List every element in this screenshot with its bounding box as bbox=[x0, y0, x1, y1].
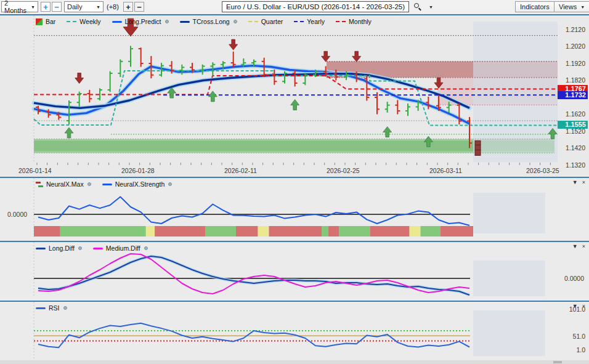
price-badge: 1.1555 bbox=[558, 121, 588, 129]
date-axis-label: 2026-03-25 bbox=[526, 167, 559, 174]
date-axis-label: 2026-02-11 bbox=[224, 167, 257, 174]
range-zoom-out-button[interactable]: − bbox=[52, 2, 62, 12]
neuralx-pane[interactable]: NeuralX.MaxNeuralX.Strength ▼ × 0.0000 bbox=[0, 178, 589, 241]
line-swatch-icon bbox=[36, 248, 46, 249]
dash-swatch-icon bbox=[248, 21, 258, 22]
legend-item-tcross-long[interactable]: TCross.Long bbox=[180, 18, 237, 25]
panel-collapse-button[interactable]: ▼ bbox=[572, 179, 578, 185]
rsi-axis-label: 1.0 bbox=[576, 346, 585, 354]
legend-label: Long.Diff bbox=[49, 245, 75, 252]
price-axis-label: 1.2120 bbox=[566, 26, 585, 33]
date-axis-label: 2026-01-28 bbox=[121, 167, 155, 174]
legend-label: NeuralX.Max bbox=[46, 180, 84, 188]
series-settings-dot[interactable] bbox=[234, 20, 237, 23]
date-axis-label: 2026-03-11 bbox=[429, 167, 462, 174]
legend-item-medium-diff[interactable]: Medium.Diff bbox=[93, 245, 148, 252]
legend-label: Quarter bbox=[261, 18, 283, 25]
legend-item-neuralx-strength[interactable]: NeuralX.Strength bbox=[102, 180, 173, 188]
legend-item-rsi[interactable]: RSI bbox=[36, 304, 67, 312]
series-settings-dot[interactable] bbox=[87, 182, 91, 186]
rsi-legend: RSI bbox=[36, 304, 67, 312]
price-axis-label: 1.1420 bbox=[566, 144, 585, 152]
series-settings-dot[interactable] bbox=[78, 246, 82, 250]
price-chart-pane[interactable]: BarWeeklyLong.PredictTCross.LongQuarterY… bbox=[0, 15, 589, 177]
range-zoom-in-button[interactable]: + bbox=[41, 2, 51, 12]
line-swatch-icon bbox=[93, 248, 103, 249]
series-settings-dot[interactable] bbox=[168, 182, 172, 186]
rsi-axis-label: 51.0 bbox=[573, 333, 585, 340]
range-select-value: 2 Months bbox=[4, 0, 27, 14]
legend-label: Weekly bbox=[79, 18, 100, 25]
legend-item-yearly[interactable]: Yearly bbox=[294, 18, 325, 25]
line-swatch-icon bbox=[180, 21, 190, 23]
price-axis-label: 1.1820 bbox=[566, 76, 585, 84]
scrollbar-thumb[interactable] bbox=[553, 361, 562, 363]
search-icon[interactable] bbox=[413, 2, 421, 14]
legend-label: NeuralX.Strength bbox=[115, 180, 165, 188]
chevron-down-icon: ▼ bbox=[96, 5, 100, 9]
price-legend: BarWeeklyLong.PredictTCross.LongQuarterY… bbox=[36, 18, 372, 25]
date-axis-label: 2026-01-14 bbox=[18, 167, 52, 174]
legend-label: Yearly bbox=[307, 18, 325, 25]
views-button[interactable]: Views ▼ bbox=[554, 1, 589, 12]
series-settings-dot[interactable] bbox=[63, 306, 67, 310]
price-axis-label: 1.2020 bbox=[566, 42, 585, 50]
price-badge: 1.1732 bbox=[558, 91, 588, 99]
legend-item-long-predict[interactable]: Long.Predict bbox=[112, 18, 169, 25]
legend-item-quarter[interactable]: Quarter bbox=[248, 18, 283, 25]
legend-label: TCross.Long bbox=[193, 18, 230, 25]
bars-added-label: (+8) bbox=[107, 3, 119, 14]
toolbar: 2 Months ▼ + − Daily ▼ (+8) + − Euro / U… bbox=[0, 0, 589, 14]
line-swatch-icon bbox=[36, 307, 46, 309]
chevron-down-icon: ▼ bbox=[580, 5, 585, 9]
panel-close-button[interactable]: × bbox=[582, 179, 585, 185]
add-bar-button[interactable]: + bbox=[123, 2, 133, 12]
price-axis-label: 1.1320 bbox=[566, 161, 585, 169]
price-axis-label: 1.1920 bbox=[566, 60, 585, 67]
rsi-pane[interactable]: RSI ▼ × 101.051.01.0 bbox=[0, 302, 589, 360]
line-swatch-icon bbox=[102, 184, 112, 185]
diff-legend: Long.DiffMedium.Diff bbox=[36, 245, 148, 252]
range-select[interactable]: 2 Months ▼ bbox=[1, 1, 38, 12]
dash-swatch-icon bbox=[294, 21, 304, 22]
symbol-title: Euro / U.S. Dollar - EUR/USD (2026-01-14… bbox=[222, 1, 409, 12]
legend-label: Medium.Diff bbox=[106, 245, 140, 252]
diff-zero-label: 0.0000 bbox=[564, 275, 584, 282]
neuralx-zero-label: 0.0000 bbox=[7, 211, 27, 218]
panel-collapse-button[interactable]: ▼ bbox=[572, 243, 578, 249]
line-swatch-icon bbox=[112, 21, 122, 23]
rsi-canvas[interactable] bbox=[0, 302, 589, 360]
legend-item-weekly[interactable]: Weekly bbox=[67, 18, 100, 25]
panel-close-button[interactable]: × bbox=[582, 303, 585, 309]
legend-label: RSI bbox=[49, 304, 60, 312]
horizontal-scrollbar[interactable] bbox=[0, 360, 589, 364]
series-settings-dot[interactable] bbox=[165, 20, 169, 23]
legend-label: Long.Predict bbox=[125, 18, 161, 25]
legend-label: Bar bbox=[46, 18, 55, 25]
neural-swatch-icon bbox=[36, 182, 43, 187]
panel-close-button[interactable]: × bbox=[582, 243, 585, 249]
series-settings-dot[interactable] bbox=[144, 246, 148, 250]
neuralx-legend: NeuralX.MaxNeuralX.Strength bbox=[36, 180, 172, 188]
period-select[interactable]: Daily ▼ bbox=[64, 1, 104, 12]
diff-pane[interactable]: Long.DiffMedium.Diff ▼ × 0.0000 bbox=[0, 242, 589, 300]
dash-swatch-icon bbox=[336, 21, 346, 22]
legend-label: Monthly bbox=[349, 18, 372, 25]
remove-bar-button[interactable]: − bbox=[134, 2, 144, 12]
price-axis-label: 1.1620 bbox=[566, 110, 585, 118]
legend-item-monthly[interactable]: Monthly bbox=[336, 18, 372, 25]
legend-item-long-diff[interactable]: Long.Diff bbox=[36, 245, 82, 252]
chevron-down-icon: ▼ bbox=[31, 5, 35, 9]
price-chart-canvas[interactable] bbox=[0, 15, 589, 177]
panel-collapse-button[interactable]: ▼ bbox=[572, 303, 578, 309]
bar-swatch-icon bbox=[36, 18, 43, 25]
legend-item-neuralx-max[interactable]: NeuralX.Max bbox=[36, 180, 91, 188]
legend-item-bar[interactable]: Bar bbox=[36, 18, 55, 25]
dash-swatch-icon bbox=[67, 21, 76, 22]
period-select-value: Daily bbox=[67, 3, 82, 10]
date-axis-label: 2026-02-25 bbox=[327, 167, 360, 174]
